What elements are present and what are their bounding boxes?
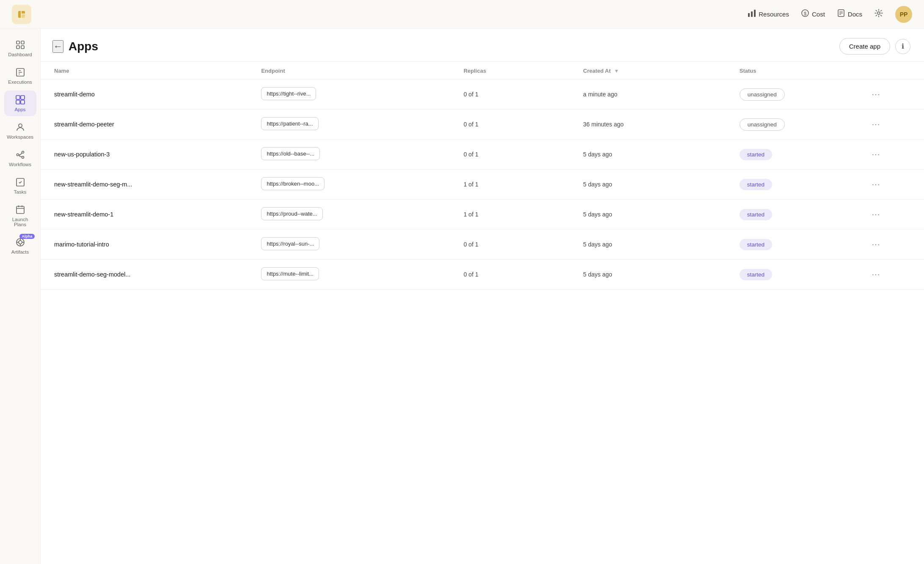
sidebar-item-workspaces[interactable]: Workspaces (4, 118, 36, 144)
app-actions-cell: ⋯ (861, 200, 924, 230)
svg-point-9 (877, 12, 880, 14)
topnav: Resources $ Cost Docs PP (0, 0, 924, 29)
endpoint-badge[interactable]: https://proud--wate... (261, 207, 322, 220)
app-name: streamlit-demo-peeter (41, 110, 254, 140)
endpoint-badge[interactable]: https://old--base--... (261, 147, 320, 160)
app-endpoint-cell: https://tight--rive... (254, 79, 456, 110)
create-app-button[interactable]: Create app (839, 38, 890, 55)
sidebar-item-launch-plans[interactable]: Launch Plans (4, 200, 36, 231)
app-status: started (733, 140, 861, 170)
docs-icon (837, 9, 845, 19)
table-row: new-us-population-3 https://old--base--.… (41, 140, 924, 170)
row-actions-button[interactable]: ⋯ (868, 148, 883, 161)
app-status: started (733, 230, 861, 260)
logo[interactable] (12, 5, 31, 24)
svg-point-21 (22, 151, 24, 153)
app-endpoint-cell: https://proud--wate... (254, 200, 456, 230)
app-replicas: 0 of 1 (457, 110, 577, 140)
app-endpoint-cell: https://patient--ra... (254, 110, 456, 140)
app-name: new-streamlit-demo-seg-m... (41, 170, 254, 200)
app-status: started (733, 170, 861, 200)
resources-label: Resources (759, 11, 789, 18)
app-actions-cell: ⋯ (861, 170, 924, 200)
row-actions-button[interactable]: ⋯ (868, 268, 883, 281)
docs-label: Docs (848, 11, 862, 18)
app-endpoint-cell: https://old--base--... (254, 140, 456, 170)
svg-text:$: $ (804, 11, 806, 16)
table-row: new-streamlit-demo-seg-m... https://brok… (41, 170, 924, 200)
main-content: ← Apps Create app ℹ Name Endpoint Replic… (41, 29, 924, 564)
apps-table: Name Endpoint Replicas Created At ▼ Stat… (41, 62, 924, 290)
app-actions-cell: ⋯ (861, 79, 924, 110)
app-status: unassigned (733, 110, 861, 140)
col-header-endpoint: Endpoint (254, 62, 456, 79)
resources-icon (748, 9, 756, 19)
app-created-at: 5 days ago (576, 170, 733, 200)
sidebar-apps-label: Apps (14, 107, 25, 112)
user-avatar[interactable]: PP (895, 6, 912, 23)
status-badge: started (740, 179, 772, 190)
app-created-at: 36 minutes ago (576, 110, 733, 140)
app-replicas: 1 of 1 (457, 170, 577, 200)
endpoint-badge[interactable]: https://patient--ra... (261, 117, 318, 130)
col-header-name: Name (41, 62, 254, 79)
row-actions-button[interactable]: ⋯ (868, 178, 883, 191)
settings-nav-item[interactable] (874, 8, 883, 20)
sidebar: Dashboard Executions Apps Workspace (0, 29, 41, 564)
app-created-at: 5 days ago (576, 260, 733, 290)
back-button[interactable]: ← (52, 40, 63, 53)
svg-rect-1 (751, 11, 753, 17)
row-actions-button[interactable]: ⋯ (868, 208, 883, 221)
endpoint-badge[interactable]: https://royal--sun-... (261, 237, 319, 250)
status-badge: unassigned (740, 88, 785, 101)
status-badge: started (740, 149, 772, 160)
row-actions-button[interactable]: ⋯ (868, 88, 883, 101)
sidebar-item-executions[interactable]: Executions (4, 63, 36, 89)
endpoint-badge[interactable]: https://tight--rive... (261, 87, 316, 100)
svg-rect-2 (754, 10, 756, 17)
endpoint-badge[interactable]: https://broken--moo... (261, 177, 324, 190)
sidebar-item-tasks[interactable]: Tasks (4, 173, 36, 199)
svg-rect-18 (21, 100, 25, 104)
svg-point-26 (19, 241, 22, 244)
row-actions-button[interactable]: ⋯ (868, 238, 883, 251)
sidebar-artifacts-label: Artifacts (11, 249, 29, 255)
table-row: streamlit-demo https://tight--rive... 0 … (41, 79, 924, 110)
app-endpoint-cell: https://royal--sun-... (254, 230, 456, 260)
sidebar-workspaces-label: Workspaces (7, 134, 33, 140)
svg-rect-0 (748, 13, 750, 17)
col-header-actions (861, 62, 924, 79)
app-replicas: 1 of 1 (457, 200, 577, 230)
artifacts-alpha-badge: Alpha (19, 234, 34, 239)
app-replicas: 0 of 1 (457, 230, 577, 260)
docs-nav-item[interactable]: Docs (837, 9, 862, 19)
sidebar-item-apps[interactable]: Apps (4, 90, 36, 116)
sort-icon: ▼ (614, 68, 619, 74)
sidebar-item-artifacts[interactable]: Alpha Artifacts (4, 233, 36, 259)
status-badge: unassigned (740, 118, 785, 131)
sidebar-item-workflows[interactable]: Workflows (4, 145, 36, 171)
svg-rect-16 (21, 96, 25, 99)
svg-rect-24 (16, 206, 24, 214)
svg-point-20 (16, 154, 19, 156)
app-status: unassigned (733, 79, 861, 110)
status-badge: started (740, 239, 772, 250)
endpoint-badge[interactable]: https://mute--limit... (261, 267, 319, 280)
header-actions: Create app ℹ (839, 38, 910, 55)
sidebar-workflows-label: Workflows (9, 162, 31, 167)
row-actions-button[interactable]: ⋯ (868, 118, 883, 131)
app-name: new-streamlit-demo-1 (41, 200, 254, 230)
app-created-at: a minute ago (576, 79, 733, 110)
col-header-created-at[interactable]: Created At ▼ (576, 62, 733, 79)
apps-table-wrap: Name Endpoint Replicas Created At ▼ Stat… (41, 62, 924, 290)
sidebar-item-dashboard[interactable]: Dashboard (4, 36, 36, 61)
info-button[interactable]: ℹ (895, 39, 910, 54)
status-badge: started (740, 269, 772, 280)
sidebar-tasks-label: Tasks (14, 189, 26, 194)
app-name: streamlit-demo (41, 79, 254, 110)
app-name: marimo-tutorial-intro (41, 230, 254, 260)
sidebar-dashboard-label: Dashboard (8, 52, 32, 57)
resources-nav-item[interactable]: Resources (748, 9, 789, 19)
table-row: streamlit-demo-seg-model... https://mute… (41, 260, 924, 290)
cost-nav-item[interactable]: $ Cost (801, 9, 825, 19)
